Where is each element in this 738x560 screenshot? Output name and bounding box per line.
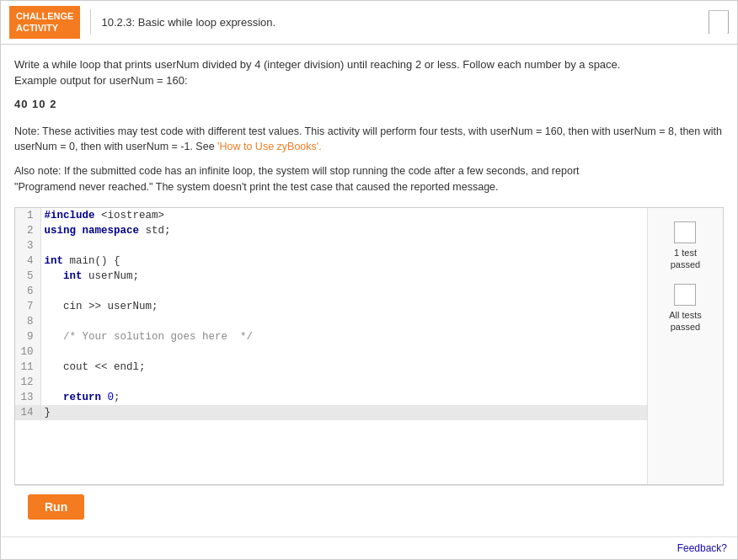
code-editor-area: 1 #include <iostream> 2 using namespace … bbox=[14, 207, 724, 485]
run-row: Run bbox=[14, 485, 724, 528]
table-row: 5 int userNum; bbox=[15, 269, 647, 284]
table-row: 14 } bbox=[15, 405, 647, 420]
header-divider bbox=[90, 9, 91, 35]
table-row: 4 int main() { bbox=[15, 253, 647, 269]
header-title: 10.2.3: Basic while loop expression. bbox=[101, 16, 709, 29]
test-box-1 bbox=[674, 221, 696, 243]
test-badge-all: All testspassed bbox=[669, 284, 702, 333]
test-label-all: All testspassed bbox=[669, 309, 702, 333]
code-table: 1 #include <iostream> 2 using namespace … bbox=[15, 208, 647, 420]
table-row: 10 bbox=[15, 344, 647, 360]
bookmark-icon[interactable] bbox=[709, 10, 729, 34]
table-row: 11 cout << endl; bbox=[15, 360, 647, 375]
table-row: 1 #include <iostream> bbox=[15, 208, 647, 223]
main-content: Write a while loop that prints userNum d… bbox=[1, 45, 737, 536]
table-row: 6 bbox=[15, 284, 647, 299]
challenge-activity-badge: CHALLENGE ACTIVITY bbox=[9, 6, 80, 39]
footer: Feedback? bbox=[1, 536, 737, 559]
description-text: Write a while loop that prints userNum d… bbox=[14, 56, 724, 89]
table-row: 9 /* Your solution goes here */ bbox=[15, 329, 647, 344]
test-label-1: 1 testpassed bbox=[671, 247, 700, 271]
table-row: 13 return 0; bbox=[15, 390, 647, 405]
test-badge-1: 1 testpassed bbox=[671, 221, 700, 271]
example-output: 40 10 2 bbox=[14, 98, 724, 110]
table-row: 7 cin >> userNum; bbox=[15, 299, 647, 314]
header: CHALLENGE ACTIVITY 10.2.3: Basic while l… bbox=[1, 1, 737, 45]
table-row: 12 bbox=[15, 375, 647, 390]
run-button[interactable]: Run bbox=[28, 494, 84, 520]
table-row: 8 bbox=[15, 314, 647, 329]
also-note: Also note: If the submitted code has an … bbox=[14, 163, 724, 195]
table-row: 3 bbox=[15, 238, 647, 253]
table-row: 2 using namespace std; bbox=[15, 223, 647, 238]
feedback-link[interactable]: Feedback? bbox=[677, 542, 727, 554]
test-box-all bbox=[674, 284, 696, 306]
test-panel: 1 testpassed All testspassed bbox=[647, 208, 723, 484]
page-container: CHALLENGE ACTIVITY 10.2.3: Basic while l… bbox=[0, 0, 738, 560]
note-block: Note: These activities may test code wit… bbox=[14, 124, 724, 156]
code-panel[interactable]: 1 #include <iostream> 2 using namespace … bbox=[15, 208, 647, 484]
zybooks-link[interactable]: 'How to Use zyBooks'. bbox=[217, 141, 322, 152]
